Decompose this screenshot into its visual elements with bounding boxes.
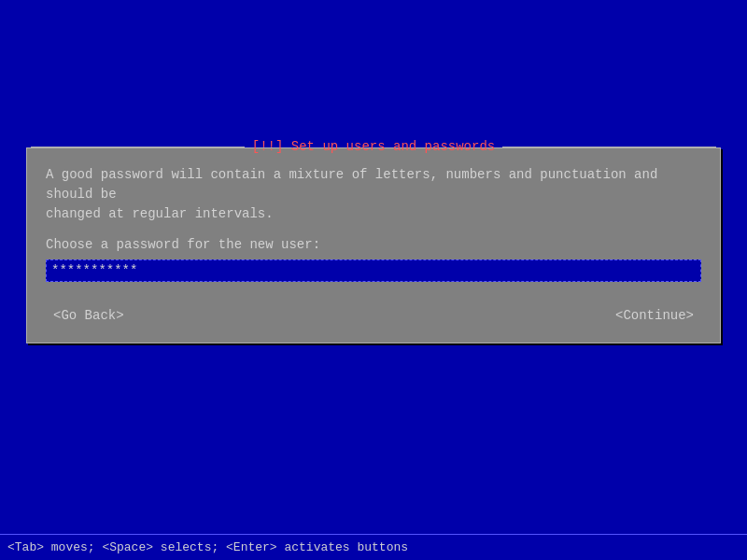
password-stars: *********** <box>48 261 139 280</box>
buttons-row: <Go Back> <Continue> <box>27 306 720 325</box>
status-text: <Tab> moves; <Space> selects; <Enter> ac… <box>7 540 408 554</box>
password-input-wrapper: *********** <box>46 259 701 282</box>
continue-button[interactable]: <Continue> <box>608 306 701 325</box>
go-back-button[interactable]: <Go Back> <box>46 306 132 325</box>
title-line-left <box>31 147 245 147</box>
prompt-label: Choose a password for the new user: <box>46 237 701 252</box>
dialog-title: [!!] Set up users and passwords <box>248 139 499 154</box>
password-cursor-area[interactable] <box>139 261 699 280</box>
description-line1: A good password will contain a mixture o… <box>46 167 657 202</box>
dialog-title-bar: [!!] Set up users and passwords <box>27 139 720 154</box>
dialog-body: A good password will contain a mixture o… <box>27 148 720 306</box>
description-text: A good password will contain a mixture o… <box>46 165 701 224</box>
status-bar: <Tab> moves; <Space> selects; <Enter> ac… <box>0 534 747 560</box>
main-dialog: [!!] Set up users and passwords A good p… <box>26 147 721 343</box>
password-input-row: *********** <box>46 259 701 282</box>
description-line2: changed at regular intervals. <box>46 206 274 221</box>
title-line-right <box>502 147 716 147</box>
